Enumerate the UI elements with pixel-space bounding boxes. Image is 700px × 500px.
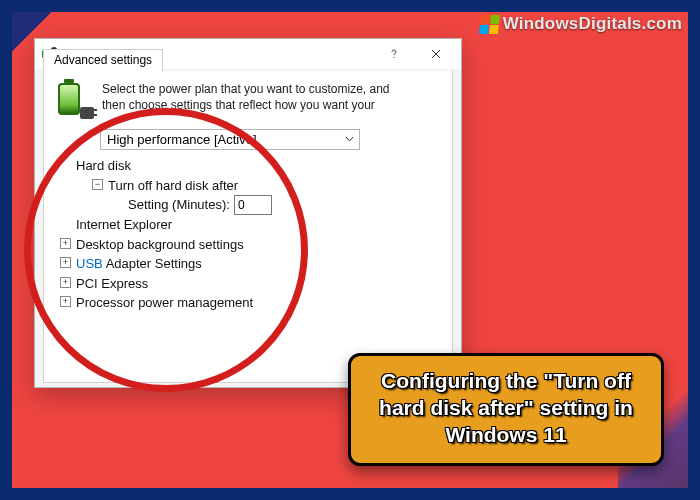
- tree-label: Hard disk: [76, 158, 131, 173]
- intro-text: Select the power plan that you want to c…: [102, 81, 390, 119]
- stage: Power Options Advanced settings Select t…: [0, 0, 700, 500]
- collapse-icon[interactable]: −: [92, 179, 103, 190]
- help-button[interactable]: [373, 39, 415, 69]
- tree-hard-disk[interactable]: Hard disk − Turn off hard disk after Set…: [60, 156, 440, 215]
- intro-line-2: then choose settings that reflect how yo…: [102, 98, 375, 112]
- tree-label: Turn off hard disk after: [108, 178, 238, 193]
- setting-label: Setting (Minutes):: [128, 195, 230, 215]
- tree-label: Desktop background settings: [76, 237, 244, 252]
- tree-label: PCI Express: [76, 276, 148, 291]
- caption-box: Configuring the "Turn off hard disk afte…: [348, 353, 664, 466]
- power-plan-select[interactable]: High performance [Active]: [100, 129, 360, 150]
- tab-container: Advanced settings Select the power plan …: [43, 71, 453, 383]
- tree-label: Processor power management: [76, 295, 253, 310]
- tree-pci-express[interactable]: + PCI Express: [60, 274, 440, 294]
- expand-icon[interactable]: +: [60, 277, 71, 288]
- tree-label-prefix: USB: [76, 256, 103, 271]
- tabs: Advanced settings: [43, 49, 165, 72]
- intro-line-1: Select the power plan that you want to c…: [102, 82, 390, 96]
- expand-icon[interactable]: +: [60, 257, 71, 268]
- battery-plan-icon: [56, 81, 94, 119]
- expand-icon[interactable]: +: [60, 238, 71, 249]
- tree-adapter-usb[interactable]: + USB Adapter Settings: [60, 254, 440, 274]
- windows-logo-icon: [479, 15, 500, 34]
- power-plan-selected: High performance [Active]: [100, 129, 360, 150]
- tree-label: Adapter Settings: [106, 256, 202, 271]
- setting-minutes-row: Setting (Minutes):: [128, 195, 440, 215]
- tab-advanced-settings[interactable]: Advanced settings: [43, 49, 163, 72]
- watermark: WindowsDigitals.com: [474, 12, 688, 36]
- tree-label: Internet Explorer: [76, 217, 172, 232]
- dialog-content: Select the power plan that you want to c…: [44, 71, 452, 382]
- tree-internet-explorer[interactable]: Internet Explorer: [60, 215, 440, 235]
- settings-tree[interactable]: Hard disk − Turn off hard disk after Set…: [60, 156, 440, 313]
- svg-point-0: [393, 57, 394, 58]
- tree-desktop-background[interactable]: + Desktop background settings: [60, 235, 440, 255]
- power-options-dialog: Power Options Advanced settings Select t…: [34, 38, 462, 388]
- caption-text: Configuring the "Turn off hard disk afte…: [367, 368, 645, 449]
- setting-minutes-input[interactable]: [234, 195, 272, 215]
- tree-processor-power[interactable]: + Processor power management: [60, 293, 440, 313]
- chevron-down-icon: [345, 136, 354, 142]
- close-button[interactable]: [415, 39, 457, 69]
- expand-icon[interactable]: +: [60, 296, 71, 307]
- watermark-text: WindowsDigitals.com: [503, 14, 682, 34]
- tree-turn-off-hard-disk[interactable]: − Turn off hard disk after Setting (Minu…: [92, 176, 440, 216]
